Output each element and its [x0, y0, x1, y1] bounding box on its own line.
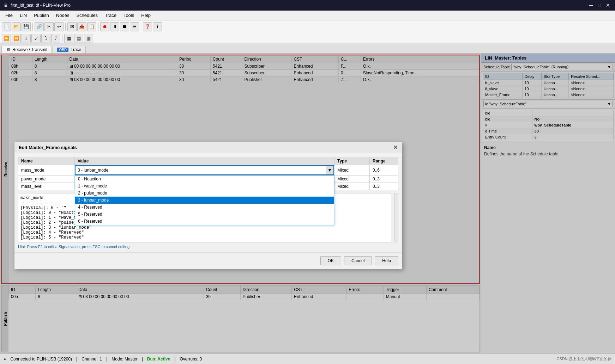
menu-file[interactable]: File [2, 11, 16, 19]
menu-publish[interactable]: Publish [30, 11, 53, 19]
signal-value-input[interactable] [76, 167, 326, 174]
tb2-btn8[interactable]: ▤ [74, 34, 83, 43]
col-type-header: Type [334, 157, 370, 165]
tab-receive-label: Receive / Transmit [12, 47, 47, 52]
menu-lin[interactable]: LIN [16, 11, 30, 19]
menu-trace[interactable]: Trace [101, 11, 120, 19]
signal-name-mass-mode: mass_mode [18, 165, 75, 175]
tb2-btn7[interactable]: ▦ [64, 34, 73, 43]
tb-mail[interactable]: ✉ [67, 22, 77, 31]
cancel-button[interactable]: Cancel [344, 256, 372, 265]
tab-trace-label: Trace [71, 47, 81, 52]
signal-type-mass-level: Mixed [334, 183, 370, 190]
help-button[interactable]: Help [375, 256, 398, 265]
tb2-btn1[interactable]: ⏩ [2, 34, 11, 43]
dropdown-option-4[interactable]: 4 - Reserved [75, 204, 334, 211]
signal-name-mass-level: mass_level [18, 183, 75, 190]
tb-back[interactable]: ↩ [54, 22, 64, 31]
signal-type-power-mode: Mixed [334, 175, 370, 183]
tb-link[interactable]: 🔗 [35, 22, 44, 31]
scrollbar[interactable] [394, 193, 398, 242]
title-bar: 🖥 first_ldf_test.ldf - PLIN-View Pro ─ □… [0, 0, 615, 11]
value-dropdown-arrow[interactable]: ▼ [326, 166, 333, 174]
dropdown-option-6[interactable]: 6 - Reserved [75, 218, 334, 225]
tb2-btn9[interactable]: ▥ [84, 34, 93, 43]
status-overruns: Overruns: 0 [180, 357, 202, 362]
tb-send[interactable]: 📤 [77, 22, 86, 31]
window-title: first_ldf_test.ldf - PLIN-View Pro [11, 3, 71, 8]
col-range-header: Range [370, 157, 398, 165]
maximize-button[interactable]: □ [596, 2, 603, 9]
watermark: CSDN @上山的人嘲讽下山的神 [557, 356, 611, 362]
tb-cut[interactable]: ✂ [44, 22, 54, 31]
tb-new[interactable]: 📄 [2, 22, 11, 31]
tb-clip[interactable]: 📋 [87, 22, 96, 31]
col-value-header: Value [75, 157, 334, 165]
tb-open[interactable]: 📂 [12, 22, 21, 31]
status-channel: Channel: 1 [82, 357, 102, 362]
signal-range-power-mode: 0..3 [370, 175, 398, 183]
app-icon: 🖥 [4, 3, 8, 8]
tb-help[interactable]: ❓ [143, 22, 152, 31]
tb2-btn6[interactable]: ⤴ [51, 34, 60, 43]
signal-range-mass-mode: 0..6 [370, 165, 398, 175]
menu-schedules[interactable]: Schedules [73, 11, 101, 19]
dropdown-option-3-selected[interactable]: 3 - lunbar_mode [75, 197, 334, 204]
tb2-btn5[interactable]: ⤵ [41, 34, 50, 43]
signal-value-cell: ▼ 0 - Noaction 1 - wave_mode 2 - pulse_m… [75, 165, 334, 175]
signal-range-mass-level: 0..3 [370, 183, 398, 190]
menu-help[interactable]: Help [138, 11, 154, 19]
hint-text: Hint: Press F2 to edit a Signal value, p… [18, 245, 398, 249]
tab-trace[interactable]: OBD Trace [53, 46, 86, 53]
dialog-title-bar: Edit Master_Frame signals ✕ [14, 142, 402, 153]
status-bar: ● Connected to PLIN-USB (19200) | Channe… [0, 353, 615, 364]
tab-receive-transmit[interactable]: 🖥 Receive / Transmit [1, 46, 52, 53]
toolbar-secondary: ⏩ ⏪ ↕ ↙ ⤵ ⤴ ▦ ▤ ▥ [0, 33, 615, 44]
tb-info[interactable]: ℹ [153, 22, 162, 31]
monitor-icon: 🖥 [6, 47, 10, 52]
dropdown-option-5[interactable]: 5 - Reserved [75, 211, 334, 218]
value-dropdown-list: 0 - Noaction 1 - wave_mode 2 - pulse_mod… [75, 175, 334, 225]
tb2-btn2[interactable]: ⏪ [12, 34, 21, 43]
signal-name-power-mode: power_mode [18, 175, 75, 183]
edit-dialog: Edit Master_Frame signals ✕ Name Value T… [14, 142, 402, 269]
menu-nodes[interactable]: Nodes [53, 11, 73, 19]
close-button[interactable]: ✕ [604, 2, 611, 9]
tb-pause[interactable]: ⏸ [110, 22, 119, 31]
signal-type-mass-mode: Mixed [334, 165, 370, 175]
ok-button[interactable]: OK [320, 256, 341, 265]
status-mode: Mode: Master [111, 357, 137, 362]
menu-tools[interactable]: Tools [120, 11, 138, 19]
status-bus: Bus: Active [147, 357, 170, 362]
tb2-btn3[interactable]: ↕ [22, 34, 31, 43]
tb2-btn4[interactable]: ↙ [31, 34, 41, 43]
menu-bar: File LIN Publish Nodes Schedules Trace T… [0, 11, 615, 20]
dialog-close-button[interactable]: ✕ [393, 144, 398, 151]
toolbar-main: 📄 📂 💾 🔗 ✂ ↩ ✉ 📤 📋 ⏺ ⏸ ⏹ ☰ ❓ ℹ [0, 20, 615, 33]
dropdown-option-2[interactable]: 2 - pulse_mode [75, 190, 334, 197]
tb-save[interactable]: 💾 [22, 22, 31, 31]
tb-record[interactable]: ⏺ [100, 22, 109, 31]
tb-stop[interactable]: ⏹ [120, 22, 129, 31]
dropdown-option-0[interactable]: 0 - Noaction [75, 175, 334, 183]
dropdown-option-1[interactable]: 1 - wave_mode [75, 183, 334, 190]
dialog-title-text: Edit Master_Frame signals [19, 145, 77, 150]
status-icon: ● [4, 357, 6, 362]
minimize-button[interactable]: ─ [587, 2, 595, 9]
trace-badge: OBD [57, 48, 68, 52]
tb-list[interactable]: ☰ [130, 22, 139, 31]
col-name-header: Name [18, 157, 75, 165]
status-connection: Connected to PLIN-USB (19200) [10, 357, 72, 362]
